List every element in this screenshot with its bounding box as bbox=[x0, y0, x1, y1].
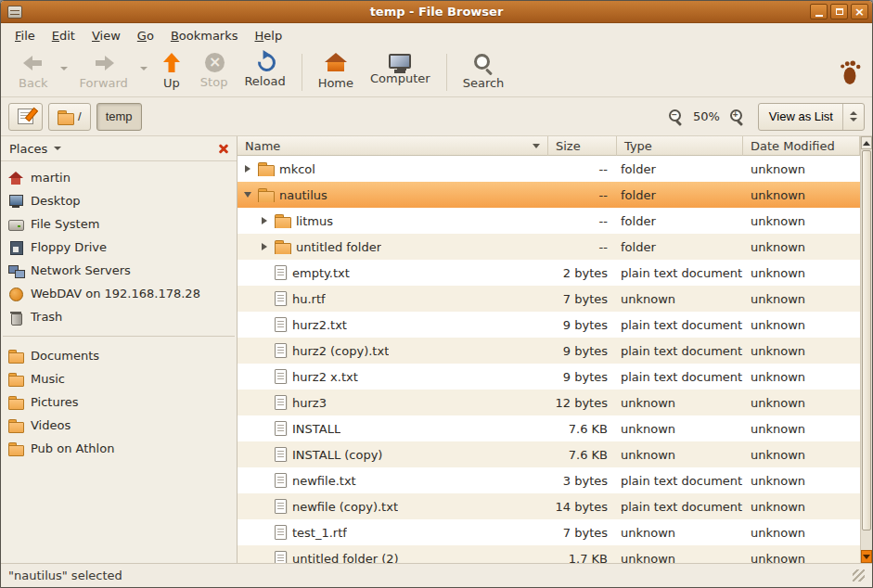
sidebar-item-documents[interactable]: Documents bbox=[1, 344, 237, 367]
column-header-type[interactable]: Type bbox=[617, 136, 743, 156]
file-browser-window: temp - File Browser × FileEditViewGoBook… bbox=[0, 0, 873, 588]
minimize-button[interactable] bbox=[810, 4, 828, 19]
sidebar-item-file-system[interactable]: File System bbox=[1, 212, 237, 236]
scroll-down-button[interactable] bbox=[861, 550, 872, 563]
chevron-down-icon bbox=[140, 67, 148, 70]
file-row-newfile-copy-txt[interactable]: newfile (copy).txt14 bytesplain text doc… bbox=[238, 493, 860, 519]
file-size-cell: 1.7 KB bbox=[548, 552, 617, 564]
file-name-label: untitled folder bbox=[296, 240, 381, 254]
menu-file[interactable]: File bbox=[6, 26, 44, 45]
vertical-scrollbar[interactable] bbox=[860, 136, 872, 563]
sidebar-item-pub-on-athlon[interactable]: Pub on Athlon bbox=[1, 437, 237, 460]
file-row-litmus[interactable]: litmus--folderunknown bbox=[238, 208, 860, 234]
zoom-in-button[interactable]: + bbox=[727, 107, 747, 126]
file-type-cell: unknown bbox=[617, 292, 743, 306]
file-row-nautilus[interactable]: nautilus--folderunknown bbox=[238, 182, 860, 208]
sidebar-item-trash[interactable]: Trash bbox=[1, 305, 237, 328]
file-type-cell: folder bbox=[617, 214, 743, 228]
column-header-size[interactable]: Size bbox=[548, 136, 617, 156]
file-row-test-1-rtf[interactable]: test_1.rtf7 bytesunknownunknown bbox=[238, 519, 860, 545]
file-size-cell: 9 bytes bbox=[548, 318, 617, 332]
computer-button[interactable]: Computer bbox=[362, 50, 439, 95]
column-header-date-modified[interactable]: Date Modified bbox=[743, 136, 860, 156]
file-row-hurz3[interactable]: hurz312 bytesunknownunknown bbox=[238, 390, 860, 415]
column-header-name[interactable]: Name bbox=[238, 136, 548, 156]
titlebar[interactable]: temp - File Browser × bbox=[1, 1, 872, 23]
file-row-untitled-folder-2[interactable]: untitled folder (2)1.7 KBunknownunknown bbox=[238, 545, 860, 563]
edit-location-button[interactable] bbox=[8, 103, 43, 131]
expand-arrow-icon[interactable] bbox=[260, 243, 269, 250]
sort-indicator-icon bbox=[533, 144, 540, 148]
file-row-hurz2-x-txt[interactable]: hurz2 x.txt9 bytesplain text documentunk… bbox=[238, 364, 860, 390]
scrollbar-trough[interactable] bbox=[861, 149, 872, 550]
menu-bookmarks[interactable]: Bookmarks bbox=[162, 26, 247, 45]
file-row-empty-txt[interactable]: empty.txt2 bytesplain text documentunkno… bbox=[238, 260, 860, 286]
scrollbar-thumb[interactable] bbox=[862, 150, 871, 530]
up-label: Up bbox=[163, 76, 180, 90]
file-row-untitled-folder[interactable]: untitled folder--folderunknown bbox=[238, 234, 860, 260]
file-name-label: hurz2 (copy).txt bbox=[292, 344, 389, 358]
search-button[interactable]: Search bbox=[455, 50, 513, 95]
places-dropdown[interactable]: Places bbox=[9, 142, 61, 156]
file-row-newfile-txt[interactable]: newfile.txt3 bytesplain text documentunk… bbox=[238, 467, 860, 493]
file-row-mkcol[interactable]: mkcol--folderunknown bbox=[238, 156, 860, 182]
file-size-cell: 7 bytes bbox=[548, 526, 617, 540]
desktop-icon bbox=[8, 194, 23, 209]
file-type-cell: unknown bbox=[617, 396, 743, 410]
file-row-hu-rtf[interactable]: hu.rtf7 bytesunknownunknown bbox=[238, 286, 860, 312]
collapse-arrow-icon[interactable] bbox=[243, 192, 252, 198]
file-size-cell: 9 bytes bbox=[548, 344, 617, 358]
file-icon bbox=[275, 473, 287, 488]
places-header: Places bbox=[1, 136, 237, 161]
folder-icon bbox=[8, 441, 23, 456]
maximize-button[interactable] bbox=[830, 4, 848, 19]
home-button[interactable]: Home bbox=[310, 50, 362, 95]
sidebar-item-floppy-drive[interactable]: Floppy Drive bbox=[1, 236, 237, 259]
folder-icon bbox=[275, 213, 290, 228]
file-type-cell: plain text document bbox=[617, 474, 743, 488]
expand-arrow-icon[interactable] bbox=[260, 217, 269, 224]
sidebar-item-pictures[interactable]: Pictures bbox=[1, 390, 237, 414]
forward-dropdown-button[interactable] bbox=[136, 50, 151, 95]
expand-arrow-icon[interactable] bbox=[243, 165, 252, 173]
file-row-install-copy[interactable]: INSTALL (copy)7.6 KBunknownunknown bbox=[238, 441, 860, 467]
chevron-down-icon bbox=[60, 67, 68, 70]
resize-grip[interactable] bbox=[853, 569, 865, 582]
zoom-out-button[interactable]: − bbox=[666, 107, 686, 126]
menu-edit[interactable]: Edit bbox=[44, 26, 83, 45]
file-name-label: hu.rtf bbox=[292, 292, 326, 306]
file-type-cell: folder bbox=[617, 240, 743, 254]
file-name-cell: untitled folder (2) bbox=[238, 551, 548, 563]
menu-go[interactable]: Go bbox=[129, 26, 162, 45]
file-type-cell: plain text document bbox=[617, 266, 743, 280]
sidebar-close-button[interactable] bbox=[217, 142, 231, 156]
sidebar-item-webdav-on-192-168-178-28[interactable]: WebDAV on 192.168.178.28 bbox=[1, 282, 237, 305]
file-name-cell: untitled folder bbox=[238, 239, 548, 254]
menu-help[interactable]: Help bbox=[247, 26, 291, 45]
close-button[interactable]: × bbox=[851, 4, 868, 19]
up-button[interactable]: Up bbox=[151, 50, 192, 95]
path-button-temp[interactable]: temp bbox=[96, 103, 142, 131]
root-folder-button[interactable]: / bbox=[48, 103, 91, 131]
view-selector[interactable]: View as List bbox=[758, 103, 865, 131]
file-name-cell: hurz2 x.txt bbox=[238, 369, 548, 384]
scroll-up-button[interactable] bbox=[861, 136, 872, 149]
sidebar-item-network-servers[interactable]: Network Servers bbox=[1, 259, 237, 282]
file-row-hurz2-txt[interactable]: hurz2.txt9 bytesplain text documentunkno… bbox=[238, 312, 860, 338]
file-row-install[interactable]: INSTALL7.6 KBunknownunknown bbox=[238, 415, 860, 441]
file-icon bbox=[275, 421, 287, 436]
sidebar-item-martin[interactable]: martin bbox=[1, 166, 237, 189]
reload-icon bbox=[254, 50, 279, 75]
sidebar-item-videos[interactable]: Videos bbox=[1, 414, 237, 437]
file-name-label: INSTALL (copy) bbox=[292, 448, 382, 462]
sidebar-item-music[interactable]: Music bbox=[1, 367, 237, 390]
reload-button[interactable]: Reload bbox=[236, 50, 293, 95]
file-row-hurz2-copy-txt[interactable]: hurz2 (copy).txt9 bytesplain text docume… bbox=[238, 338, 860, 364]
back-dropdown-button[interactable] bbox=[57, 50, 71, 95]
zoom-in-icon: + bbox=[729, 109, 745, 124]
webdav-icon bbox=[8, 287, 23, 301]
menu-view[interactable]: View bbox=[83, 26, 129, 45]
folder-icon bbox=[58, 109, 73, 124]
sidebar-item-desktop[interactable]: Desktop bbox=[1, 189, 237, 212]
sidebar-item-label: Floppy Drive bbox=[31, 240, 107, 254]
